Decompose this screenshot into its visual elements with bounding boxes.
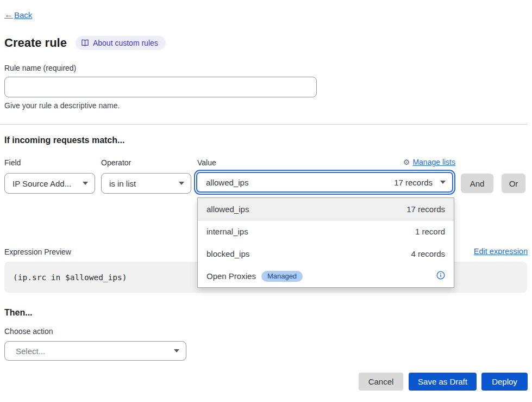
action-select[interactable]: Select... [4,341,186,361]
chevron-down-icon [179,182,184,185]
list-item-internal-ips[interactable]: internal_ips 1 record [198,220,454,243]
match-section-heading: If incoming requests match... [4,135,124,145]
page-title: Create rule [4,36,67,50]
value-select-name: allowed_ips [206,178,394,187]
save-as-draft-button[interactable]: Save as Draft [409,373,477,391]
chevron-down-icon [174,349,179,352]
create-rule-page: ← Back Create rule About custom rules Ru… [0,0,532,402]
managed-badge: Managed [261,271,303,282]
and-button[interactable]: And [461,174,493,193]
value-label: Value [197,158,216,167]
list-item-name: allowed_ips [206,205,249,214]
back-arrow-icon: ← [4,10,13,20]
back-link[interactable]: ← Back [4,10,32,20]
back-link-label: Back [14,10,32,20]
field-label: Field [4,158,21,167]
list-item-count: 1 record [415,227,445,236]
rule-name-input[interactable] [4,77,317,97]
field-select[interactable]: IP Source Add... [4,173,95,194]
rule-name-label: Rule name (required) [4,64,76,72]
gear-icon: ⚙ [403,158,410,166]
value-select-focus-ring: allowed_ips 17 records [194,170,455,195]
cancel-button[interactable]: Cancel [359,373,403,391]
list-item-name: Open Proxies [206,271,256,281]
operator-select-value: is in list [109,179,179,188]
list-item-name: internal_ips [206,227,248,236]
or-button[interactable]: Or [502,174,525,193]
list-item-allowed-ips[interactable]: allowed_ips 17 records [198,198,454,220]
choose-action-label: Choose action [4,327,53,336]
operator-label: Operator [101,158,131,167]
chevron-down-icon [440,181,446,184]
manage-lists-label: Manage lists [412,158,455,166]
value-select[interactable]: allowed_ips 17 records [196,172,453,193]
book-icon [81,39,89,47]
value-select-count: 17 records [394,178,433,187]
then-section-heading: Then... [4,308,33,318]
field-select-value: IP Source Add... [12,179,83,188]
deploy-button[interactable]: Deploy [481,373,528,391]
edit-expression-link[interactable]: Edit expression [474,247,528,256]
about-custom-rules-badge[interactable]: About custom rules [76,36,166,50]
expression-preview-label: Expression Preview [4,248,71,256]
operator-select[interactable]: is in list [101,173,191,194]
info-icon[interactable] [436,271,445,281]
title-row: Create rule About custom rules [4,36,166,50]
expression-code: (ip.src in $allowed_ips) [13,273,127,282]
list-item-count: 17 records [406,205,445,214]
rule-name-helper-text: Give your rule a descriptive name. [4,101,120,110]
action-select-placeholder: Select... [16,347,174,356]
list-item-blocked-ips[interactable]: blocked_ips 4 records [198,243,454,265]
manage-lists-link[interactable]: ⚙ Manage lists [403,158,455,166]
list-item-count: 4 records [411,249,445,258]
about-badge-label: About custom rules [93,39,158,47]
section-divider [0,124,527,125]
chevron-down-icon [83,182,88,185]
list-item-name: blocked_ips [206,249,249,258]
list-dropdown-panel: allowed_ips 17 records internal_ips 1 re… [197,197,454,288]
list-item-open-proxies[interactable]: Open Proxies Managed [198,265,454,287]
